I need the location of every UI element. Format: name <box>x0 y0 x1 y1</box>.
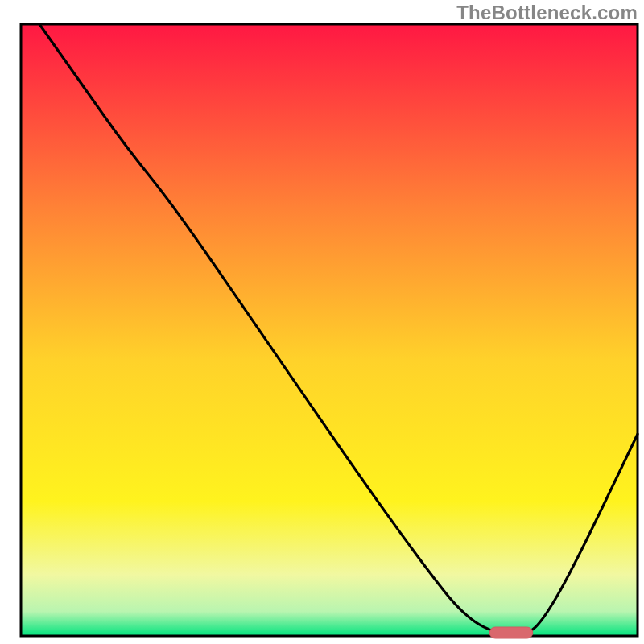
watermark-text: TheBottleneck.com <box>456 2 638 24</box>
plot-area <box>21 24 638 638</box>
chart-container: TheBottleneck.com <box>0 0 644 644</box>
gradient-background <box>21 24 638 636</box>
optimum-marker <box>489 627 533 638</box>
bottleneck-chart <box>0 0 644 644</box>
